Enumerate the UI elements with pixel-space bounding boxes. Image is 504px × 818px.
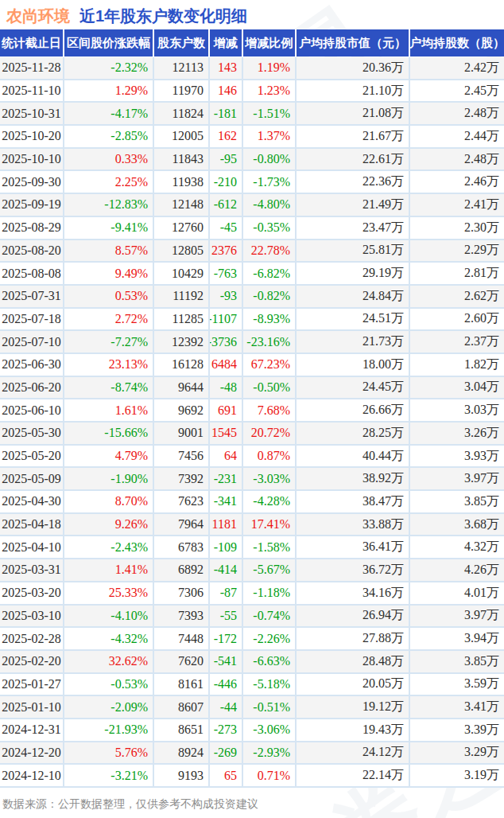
cell-avg-shares: 4.32万 [410,536,504,558]
cell-delta: 146 [210,80,242,102]
cell-avg-mktcap: 36.41万 [297,536,409,558]
table-row: 2025-02-28-4.32%7448-172-2.26%27.88万3.94… [0,628,504,651]
cell-delta-pct: -1.58% [243,536,295,558]
cell-avg-shares: 2.60万 [410,309,504,330]
cell-avg-shares: 2.62万 [410,286,504,307]
cell-date: 2025-09-30 [0,171,63,193]
cell-delta: -341 [210,491,242,512]
cell-date: 2025-07-18 [0,309,63,330]
cell-delta: 6484 [210,354,242,376]
cell-range-change: 8.57% [64,240,153,262]
cell-avg-shares: 2.42万 [410,57,504,79]
cell-holders: 8161 [154,674,208,695]
cell-delta-pct: -8.93% [243,309,295,330]
cell-avg-shares: 2.37万 [410,331,504,353]
cell-avg-mktcap: 21.67万 [297,126,409,147]
cell-date: 2025-10-31 [0,103,63,124]
cell-range-change: -7.27% [64,331,153,353]
cell-avg-mktcap: 18.00万 [297,354,409,376]
cell-range-change: 2.25% [64,171,153,193]
cell-holders: 8924 [154,742,208,764]
cell-date: 2025-05-30 [0,423,63,444]
cell-date: 2025-11-28 [0,57,63,79]
cell-delta: -612 [210,194,242,216]
cell-avg-shares: 3.97万 [410,468,504,489]
table-row: 2025-03-10-4.10%7393-55-0.74%26.94万3.97万 [0,606,504,629]
page-title: 农尚环境近1年股东户数变化明细 [0,0,504,29]
cell-holders: 12805 [154,240,208,262]
page: 证券之星 证券之星 证券之星 证券之星 证券之星 证券之星 证券之星 农尚环境近… [0,0,504,818]
cell-avg-mktcap: 28.48万 [297,651,409,672]
cell-holders: 12148 [154,194,208,216]
cell-holders: 9001 [154,423,208,444]
cell-holders: 12005 [154,126,208,147]
col-header-delta: 增减 [210,29,242,56]
cell-delta-pct: -3.03% [243,468,295,489]
cell-delta: -55 [210,606,242,627]
cell-delta: 162 [210,126,242,147]
cell-date: 2025-01-27 [0,674,63,695]
title-text: 近1年股东户数变化明细 [79,7,247,25]
table-row: 2025-06-20-8.74%9644-48-0.50%24.45万3.04万 [0,377,504,400]
cell-delta: -172 [210,628,242,649]
table-row: 2025-03-2025.33%7306-87-1.18%34.16万4.01万 [0,582,504,606]
table-row: 2025-07-182.72%11285-1107-8.93%24.51万2.6… [0,309,504,332]
cell-delta-pct: -4.80% [243,194,295,216]
cell-avg-mktcap: 24.45万 [297,377,409,399]
cell-avg-shares: 2.30万 [410,217,504,239]
cell-range-change: -15.66% [64,423,153,444]
cell-delta: -446 [210,674,242,695]
cell-delta-pct: -1.18% [243,582,295,604]
table-row: 2025-08-208.57%12805237622.78%25.81万2.29… [0,240,504,263]
table-row: 2025-06-101.61%96926917.68%26.66万3.03万 [0,399,504,423]
cell-range-change: 25.33% [64,582,153,604]
col-header-delta-pct: 增减比例 [243,29,295,56]
cell-date: 2025-04-10 [0,536,63,558]
table-row: 2025-04-10-2.43%6783-109-1.58%36.41万4.32… [0,536,504,559]
cell-date: 2025-10-20 [0,126,63,147]
cell-date: 2025-05-20 [0,446,63,467]
cell-avg-shares: 3.26万 [410,423,504,444]
cell-range-change: -2.43% [64,536,153,558]
cell-holders: 11192 [154,286,208,307]
cell-delta-pct: -0.35% [243,217,295,239]
cell-avg-mktcap: 24.84万 [297,286,409,307]
cell-delta: -3736 [210,331,242,353]
cell-avg-mktcap: 19.43万 [297,719,409,741]
cell-avg-shares: 3.41万 [410,696,504,718]
cell-range-change: -21.93% [64,719,153,741]
cell-delta-pct: -2.26% [243,628,295,649]
cell-range-change: 8.70% [64,491,153,512]
cell-delta-pct: 20.72% [243,423,295,444]
cell-delta-pct: 1.23% [243,80,295,102]
cell-holders: 11970 [154,80,208,102]
cell-range-change: -2.32% [64,57,153,79]
cell-avg-mktcap: 24.51万 [297,309,409,330]
cell-avg-mktcap: 26.66万 [297,399,409,421]
table-row: 2025-08-29-9.41%12760-45-0.35%23.47万2.30… [0,217,504,240]
cell-date: 2025-05-09 [0,468,63,489]
cell-holders: 6892 [154,559,208,581]
cell-delta-pct: 0.71% [243,765,295,786]
table-row: 2025-02-2032.62%7620-541-6.63%28.48万3.85… [0,651,504,674]
table-row: 2025-09-302.25%11938-210-1.73%22.36万2.46… [0,171,504,194]
cell-holders: 7306 [154,582,208,604]
col-header-range-change: 区间股价涨跌幅 [64,29,153,56]
cell-avg-shares: 3.59万 [410,674,504,695]
cell-avg-shares: 2.48万 [410,149,504,170]
cell-delta: -44 [210,696,242,718]
cell-range-change: -2.09% [64,696,153,718]
cell-range-change: 4.79% [64,446,153,467]
cell-delta-pct: -1.73% [243,171,295,193]
cell-holders: 7623 [154,491,208,512]
cell-delta-pct: 22.78% [243,240,295,262]
cell-delta: -414 [210,559,242,581]
cell-date: 2025-09-19 [0,194,63,216]
cell-delta: 691 [210,399,242,421]
cell-range-change: 9.26% [64,514,153,536]
cell-avg-mktcap: 21.08万 [297,103,409,124]
cell-range-change: -4.17% [64,103,153,124]
cell-date: 2025-02-28 [0,628,63,649]
cell-delta: 143 [210,57,242,79]
cell-delta-pct: -6.82% [243,263,295,284]
